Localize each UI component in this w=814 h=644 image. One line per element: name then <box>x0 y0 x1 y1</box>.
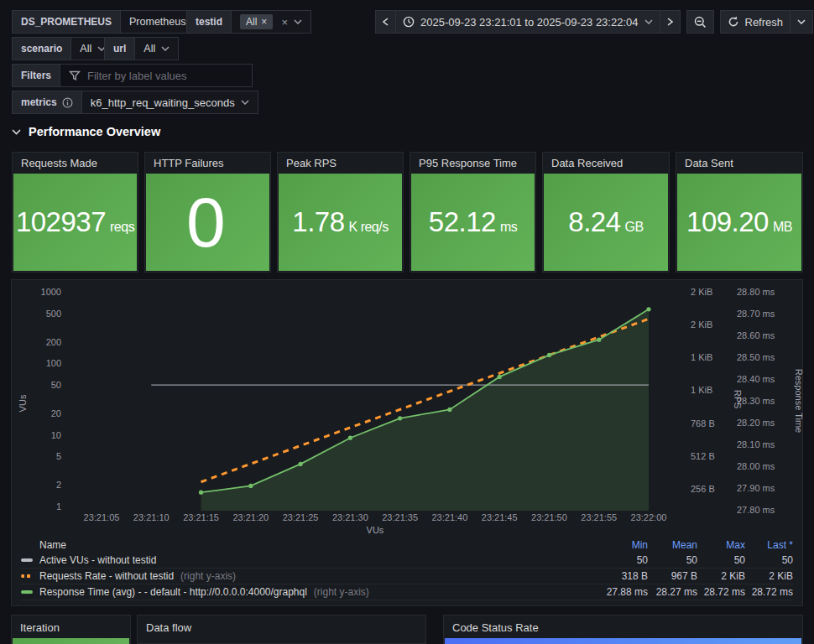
panel-iteration: Iteration <box>11 615 131 644</box>
legend-col-min[interactable]: Min <box>598 539 648 551</box>
stat-body: 52.12ms <box>411 174 535 271</box>
iteration-bar <box>13 638 129 644</box>
svg-text:5: 5 <box>56 451 61 461</box>
svg-text:28.00 ms: 28.00 ms <box>737 461 775 471</box>
stat-body: 1.78K req/s <box>279 174 402 271</box>
stat-panel-data-received: Data Received 8.24GB <box>542 152 670 273</box>
refresh-interval-dropdown[interactable] <box>790 10 813 34</box>
svg-text:2 KiB: 2 KiB <box>691 319 712 330</box>
time-range-picker[interactable]: 2025-09-23 23:21:01 to 2025-09-23 23:22:… <box>395 10 660 34</box>
zoom-out-time-button[interactable] <box>686 10 714 34</box>
legend-col-mean[interactable]: Mean <box>648 539 697 551</box>
legend-col-name[interactable]: Name <box>21 539 598 551</box>
time-shift-back-button[interactable] <box>375 10 396 34</box>
panel-title: Data Received <box>543 153 669 174</box>
time-range-text: 2025-09-23 23:21:01 to 2025-09-23 23:22:… <box>420 16 639 29</box>
panel-title: Data flow <box>138 615 425 634</box>
url-label: url <box>104 37 135 60</box>
svg-text:VUs: VUs <box>18 394 28 412</box>
stat-panel-peak-rps: Peak RPS 1.78K req/s <box>277 152 404 273</box>
svg-text:27.90 ms: 27.90 ms <box>737 483 775 493</box>
stat-value: 102937 <box>16 206 106 238</box>
testid-label: testid <box>186 10 232 34</box>
svg-text:1 KiB: 1 KiB <box>691 352 712 362</box>
svg-text:1: 1 <box>56 501 61 512</box>
svg-text:10: 10 <box>51 430 61 440</box>
svg-text:28.20 ms: 28.20 ms <box>737 418 775 428</box>
filter-input[interactable]: Filter by label values <box>60 64 253 87</box>
legend-col-last[interactable]: Last * <box>745 539 793 551</box>
svg-text:512 B: 512 B <box>691 451 715 461</box>
url-filter: url All <box>104 37 179 60</box>
stat-body: 102937reqs <box>13 174 137 271</box>
chevron-down-icon <box>161 46 170 51</box>
stat-body: 8.24GB <box>544 174 668 271</box>
svg-text:2 KiB: 2 KiB <box>691 287 712 297</box>
series-swatch <box>21 558 33 562</box>
stat-body: 0 <box>146 174 269 271</box>
svg-text:VUs: VUs <box>367 525 384 535</box>
chevron-down-icon <box>12 129 21 135</box>
svg-text:768 B: 768 B <box>691 418 715 428</box>
svg-text:Response Time: Response Time <box>794 369 804 433</box>
stat-unit: ms <box>500 220 517 235</box>
svg-text:1000: 1000 <box>41 287 61 297</box>
svg-text:1 KiB: 1 KiB <box>691 385 712 395</box>
legend-header: Name Min Mean Max Last * <box>21 538 793 553</box>
chevron-down-icon <box>294 19 302 24</box>
metrics-picker: metrics k6_http_req_waiting_seconds <box>12 91 258 114</box>
stat-unit: reqs <box>110 220 134 235</box>
svg-text:23:21:50: 23:21:50 <box>531 512 567 522</box>
legend-row-active-vus[interactable]: Active VUs - without testid 50 50 50 50 <box>21 553 793 569</box>
legend-table: Name Min Mean Max Last * Active VUs - wi… <box>12 538 802 600</box>
panel-code-status-rate: Code Status Rate <box>443 615 803 644</box>
testid-select[interactable]: All × × <box>231 10 311 34</box>
metrics-select[interactable]: k6_http_req_waiting_seconds <box>81 91 258 114</box>
legend-row-response-time[interactable]: Response Time (avg) - - default - http:/… <box>21 584 793 600</box>
svg-text:28.10 ms: 28.10 ms <box>737 439 775 449</box>
url-select[interactable]: All <box>134 37 179 60</box>
panel-title: HTTP Failures <box>145 153 270 174</box>
testid-chip[interactable]: All × <box>240 14 273 29</box>
clear-all-icon[interactable]: × <box>281 16 288 29</box>
legend-row-requests-rate[interactable]: Requests Rate - without testid(right y-a… <box>21 569 793 584</box>
stat-unit: GB <box>625 220 644 235</box>
stat-value: 0 <box>186 182 225 263</box>
time-controls: 2025-09-23 23:21:01 to 2025-09-23 23:22:… <box>375 10 813 34</box>
svg-text:28.60 ms: 28.60 ms <box>737 330 775 340</box>
svg-text:256 B: 256 B <box>691 484 715 494</box>
stat-value: 52.12 <box>429 206 496 238</box>
section-performance-overview[interactable]: Performance Overview <box>12 125 160 138</box>
chevron-down-icon <box>644 19 653 24</box>
code-status-bar <box>445 638 801 644</box>
svg-text:23:21:05: 23:21:05 <box>84 512 120 522</box>
panel-title: Requests Made <box>13 153 138 174</box>
series-swatch <box>21 590 33 594</box>
stat-unit: MB <box>773 220 792 235</box>
svg-text:23:21:10: 23:21:10 <box>133 512 170 522</box>
panel-title: Data Sent <box>676 153 802 174</box>
panel-title: Code Status Rate <box>444 615 802 634</box>
time-shift-forward-button[interactable] <box>660 10 681 34</box>
info-icon[interactable] <box>62 97 73 108</box>
stat-value: 109.20 <box>686 206 769 238</box>
panel-title: P95 Response Time <box>410 153 535 174</box>
stat-panel-http-failures: HTTP Failures 0 <box>144 152 271 273</box>
svg-text:28.70 ms: 28.70 ms <box>737 309 775 319</box>
filters-label: Filters <box>12 64 60 87</box>
magnifier-minus-icon <box>694 16 707 29</box>
timeseries-chart[interactable]: 23:21:0523:21:1023:21:1523:21:2023:21:25… <box>12 280 804 537</box>
refresh-button[interactable]: Refresh <box>720 10 791 34</box>
stat-value: 8.24 <box>568 206 620 238</box>
stat-panel-requests-made: Requests Made 102937reqs <box>12 152 138 273</box>
chevron-down-icon <box>241 100 249 105</box>
series-swatch <box>21 574 33 578</box>
legend-col-max[interactable]: Max <box>697 539 745 551</box>
stat-body: 109.20MB <box>677 174 801 271</box>
filter-placeholder: Filter by label values <box>87 70 187 82</box>
svg-text:500: 500 <box>46 309 61 319</box>
chip-remove-icon[interactable]: × <box>261 16 267 28</box>
stat-panel-data-sent: Data Sent 109.20MB <box>676 152 803 273</box>
refresh-icon <box>728 16 739 28</box>
svg-text:100: 100 <box>46 358 61 368</box>
